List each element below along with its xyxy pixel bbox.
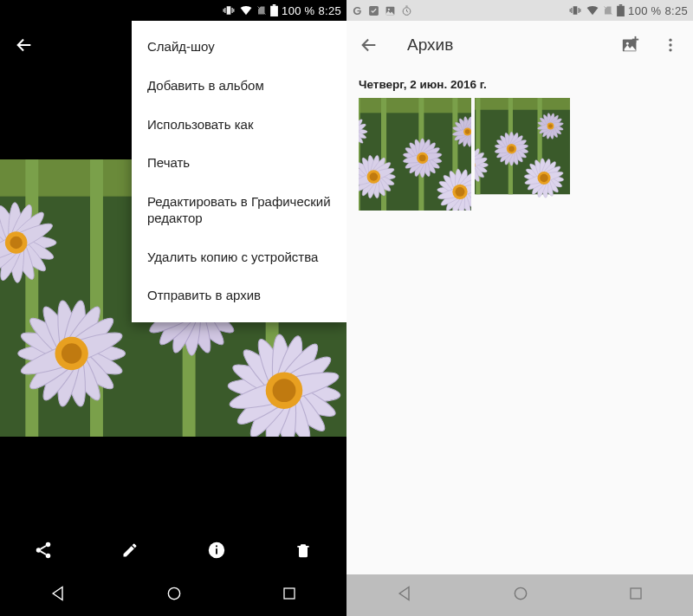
svg-rect-75 [617,6,625,16]
svg-rect-85 [631,588,641,599]
delete-button[interactable] [286,533,321,567]
svg-point-68 [168,587,179,599]
photo-action-bar [0,526,346,574]
clock-text: 8:25 [664,4,688,17]
nav-recent-button[interactable] [282,586,297,605]
battery-icon [270,4,278,16]
svg-rect-60 [270,6,278,16]
svg-rect-67 [216,546,217,548]
svg-point-83 [669,49,671,51]
archive-screen: 100 % 8:25 Архив Четверг, 2 июн. 2016 г. [346,0,693,616]
back-button[interactable] [7,28,42,62]
menu-item-edit-in[interactable]: Редактировать в Графический редактор [132,183,346,238]
svg-rect-61 [273,4,276,6]
battery-icon [617,4,625,16]
check-icon [368,5,379,16]
photo-icon [385,5,396,16]
battery-text: 100 % [282,4,314,17]
menu-item-use-as[interactable]: Использовать как [132,106,346,145]
menu-item-slideshow[interactable]: Слайд-шоу [132,28,346,67]
menu-item-add-to-album[interactable]: Добавить в альбом [132,67,346,106]
battery-text: 100 % [628,4,661,17]
vibrate-icon [568,4,582,16]
photo-viewer-screen: 100 % 8:25 [0,0,346,616]
svg-rect-80 [632,39,638,41]
no-sim-icon [603,4,613,16]
add-photo-button[interactable] [613,28,648,62]
svg-point-82 [669,43,671,46]
svg-rect-69 [284,588,295,599]
nav-recent-button[interactable] [628,586,644,605]
wifi-icon [586,4,599,16]
photo-grid [346,98,693,211]
svg-point-78 [626,42,629,45]
edit-button[interactable] [113,533,147,567]
clock-text: 8:25 [318,4,341,17]
more-button[interactable] [653,28,688,62]
svg-rect-76 [619,4,623,6]
svg-point-63 [36,548,42,553]
photo-viewer: Слайд-шоу Добавить в альбом Использовать… [0,21,346,574]
svg-point-62 [46,542,51,548]
date-header: Четверг, 2 июн. 2016 г. [346,69,693,98]
navigation-bar [0,574,346,616]
status-bar: 100 % 8:25 [0,0,346,21]
wifi-icon [239,4,253,16]
page-title: Архив [407,36,608,55]
timer-icon [401,5,412,16]
nav-back-button[interactable] [49,585,67,606]
google-icon [352,5,363,16]
menu-item-print[interactable]: Печать [132,144,346,183]
navigation-bar [346,574,693,616]
photo-thumbnail[interactable] [359,98,471,211]
status-bar: 100 % 8:25 [346,0,693,21]
share-button[interactable] [26,533,61,567]
nav-home-button[interactable] [512,585,529,606]
svg-point-81 [669,39,671,42]
overflow-menu: Слайд-шоу Добавить в альбом Использовать… [132,21,346,322]
photo-thumbnail[interactable] [475,98,587,211]
svg-point-72 [388,8,390,10]
back-button[interactable] [352,28,386,62]
vibrate-icon [222,4,236,16]
info-button[interactable] [199,533,234,567]
archive-content: Архив Четверг, 2 июн. 2016 г. [346,21,693,574]
svg-rect-66 [216,548,217,554]
no-sim-icon [256,4,267,16]
svg-point-84 [515,587,526,599]
menu-item-delete-copy[interactable]: Удалить копию с устройства [132,238,346,277]
app-bar: Архив [346,21,693,69]
nav-home-button[interactable] [165,585,183,606]
menu-item-archive[interactable]: Отправить в архив [132,276,346,315]
nav-back-button[interactable] [396,585,413,606]
svg-point-64 [46,554,51,559]
